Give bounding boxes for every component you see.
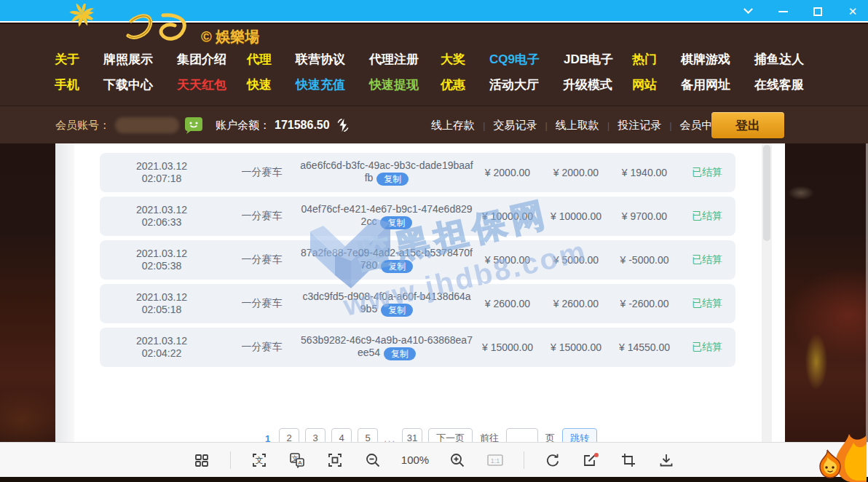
nav-fast[interactable]: 快速 bbox=[247, 76, 272, 93]
cell-order: 563b9282-46c9-4a9b-a410-63868ea7ee54复制 bbox=[300, 334, 473, 360]
cell-game: 一分赛车 bbox=[224, 166, 300, 179]
nav-hot[interactable]: 热门 bbox=[632, 51, 657, 68]
nav-agent-register[interactable]: 代理注册 bbox=[369, 51, 419, 68]
zoom-out-icon[interactable] bbox=[363, 451, 382, 470]
logo-copyright: © 娛樂場 bbox=[201, 27, 259, 47]
nav-agent-protocol[interactable]: 联营协议 bbox=[296, 51, 345, 68]
page-31[interactable]: 31 bbox=[402, 428, 422, 442]
maximize-button[interactable] bbox=[808, 2, 827, 21]
nav-fishing[interactable]: 捕鱼达人 bbox=[754, 51, 804, 68]
table-row: 2021.03.1202:05:18 一分赛车 c3dc9fd5-d908-4f… bbox=[100, 284, 735, 323]
table-row: 2021.03.1202:07:18 一分赛车 a6e6fc6d-b3fc-49… bbox=[100, 153, 735, 192]
page-jump-input[interactable] bbox=[506, 428, 538, 442]
link-separator: | bbox=[607, 120, 609, 131]
layout-grid-icon[interactable] bbox=[192, 451, 211, 470]
copy-button[interactable]: 复制 bbox=[381, 260, 413, 273]
page-5[interactable]: 5 bbox=[358, 428, 378, 442]
cell-time: 2021.03.1202:06:33 bbox=[100, 204, 224, 229]
copy-button[interactable]: 复制 bbox=[380, 216, 412, 229]
balance-value: 171586.50 bbox=[275, 119, 330, 132]
page-2[interactable]: 2 bbox=[279, 428, 299, 442]
svg-text:文: 文 bbox=[255, 456, 263, 465]
edit-icon[interactable] bbox=[581, 451, 600, 470]
close-button[interactable]: ✕ bbox=[843, 2, 862, 21]
status-badge: 已结算 bbox=[679, 341, 735, 354]
panel-scrollbar[interactable] bbox=[762, 143, 772, 442]
zoom-in-icon[interactable] bbox=[448, 451, 467, 470]
panel-left-shade bbox=[55, 143, 74, 442]
nav-website[interactable]: 网站 bbox=[632, 76, 657, 93]
cell-order: a6e6fc6d-b3fc-49ac-9b3c-dade19baaffb复制 bbox=[300, 159, 473, 185]
link-separator: | bbox=[669, 120, 671, 131]
page-unit-label: 页 bbox=[545, 432, 555, 442]
crop-icon[interactable] bbox=[619, 451, 638, 470]
nav-license[interactable]: 牌照展示 bbox=[103, 51, 153, 68]
cell-payout: ¥ 1940.00 bbox=[610, 167, 679, 178]
page-4[interactable]: 4 bbox=[331, 428, 352, 442]
nav-online-service[interactable]: 在线客服 bbox=[754, 76, 804, 93]
toolbar-divider bbox=[230, 451, 231, 469]
nav-activity-hall[interactable]: 活动大厅 bbox=[489, 76, 539, 93]
refresh-balance-icon[interactable] bbox=[336, 118, 350, 133]
copy-button[interactable]: 复制 bbox=[381, 304, 413, 317]
nav-promo[interactable]: 优惠 bbox=[441, 76, 465, 93]
nav-red-packet[interactable]: 天天红包 bbox=[177, 76, 226, 93]
table-row: 2021.03.1202:05:38 一分赛车 87a2fe88-7e09-4a… bbox=[100, 240, 735, 280]
status-badge: 已结算 bbox=[679, 166, 735, 179]
cell-valid-amount: ¥ 10000.00 bbox=[542, 210, 610, 222]
link-separator: | bbox=[545, 120, 547, 131]
nav-upgrade-mode[interactable]: 升级模式 bbox=[563, 76, 612, 93]
pagination: 1 2 3 4 5 ... 31 下一页 前往 页 跳转 bbox=[262, 428, 597, 442]
nav-row-2: 手机 下载中心 天天红包 快速 快速充值 快速提现 优惠 活动大厅 升级模式 网… bbox=[0, 76, 868, 95]
fit-screen-icon[interactable] bbox=[326, 451, 344, 470]
nav-about[interactable]: 关于 bbox=[55, 51, 79, 68]
one-to-one-icon[interactable]: 1:1 bbox=[486, 451, 505, 470]
copy-button[interactable]: 复制 bbox=[384, 347, 416, 360]
jump-button[interactable]: 跳转 bbox=[562, 428, 597, 442]
nav-fast-deposit[interactable]: 快速充值 bbox=[296, 76, 345, 93]
link-online-withdraw[interactable]: 线上取款 bbox=[556, 119, 599, 133]
download-icon[interactable] bbox=[657, 451, 676, 470]
link-bet-records[interactable]: 投注记录 bbox=[618, 119, 661, 133]
nav-backup-url[interactable]: 备用网址 bbox=[681, 76, 730, 93]
chevron-down-icon[interactable] bbox=[738, 2, 757, 21]
cell-valid-amount: ¥ 5000.00 bbox=[542, 254, 610, 266]
cell-valid-amount: ¥ 2000.00 bbox=[542, 167, 610, 178]
message-icon[interactable] bbox=[184, 116, 203, 135]
nav-jdb[interactable]: JDB电子 bbox=[564, 51, 613, 68]
next-page-button[interactable]: 下一页 bbox=[428, 428, 473, 442]
viewer-toolbar: 文 文 A 100% 1:1 bbox=[0, 442, 868, 477]
nav-agent[interactable]: 代理 bbox=[247, 51, 272, 68]
page-3[interactable]: 3 bbox=[305, 428, 326, 442]
page-ellipsis[interactable]: ... bbox=[384, 433, 396, 443]
rotate-icon[interactable] bbox=[543, 451, 562, 470]
nav-chess-games[interactable]: 棋牌游戏 bbox=[681, 51, 730, 68]
nav-download[interactable]: 下载中心 bbox=[103, 76, 153, 93]
minimize-button[interactable] bbox=[773, 2, 792, 21]
cell-payout: ¥ -2600.00 bbox=[610, 298, 679, 309]
page-1-current[interactable]: 1 bbox=[262, 430, 273, 443]
nav-cq9[interactable]: CQ9电子 bbox=[489, 51, 540, 68]
site-logo[interactable]: © 娛樂場 bbox=[42, 23, 275, 47]
zoom-level-value[interactable]: 100% bbox=[401, 454, 429, 466]
translate-icon[interactable]: 文 A bbox=[288, 451, 307, 470]
nav-jackpot[interactable]: 大奖 bbox=[441, 51, 465, 68]
nav-mobile[interactable]: 手机 bbox=[55, 76, 79, 93]
link-transactions[interactable]: 交易记录 bbox=[493, 119, 537, 133]
bottom-edge-strip bbox=[0, 477, 868, 482]
copy-button[interactable]: 复制 bbox=[376, 173, 409, 186]
member-links: 线上存款| 交易记录| 线上取款| 投注记录| 会员中心 bbox=[431, 106, 724, 144]
toolbar-divider bbox=[524, 451, 524, 469]
logout-button[interactable]: 登出 bbox=[711, 112, 784, 138]
records-panel: 2021.03.1202:07:18 一分赛车 a6e6fc6d-b3fc-49… bbox=[55, 143, 785, 442]
panel-scrollbar-thumb[interactable] bbox=[763, 145, 770, 241]
flame-mascot-icon bbox=[804, 434, 867, 482]
cell-game: 一分赛车 bbox=[224, 297, 300, 310]
ocr-text-icon[interactable]: 文 bbox=[250, 451, 269, 470]
table-row: 2021.03.1202:04:22 一分赛车 563b9282-46c9-4a… bbox=[100, 328, 735, 367]
link-online-deposit[interactable]: 线上存款 bbox=[431, 119, 475, 133]
balance-label: 账户余额： bbox=[216, 119, 270, 133]
nav-fast-withdraw[interactable]: 快速提现 bbox=[369, 76, 419, 93]
nav-group-intro[interactable]: 集团介绍 bbox=[177, 51, 226, 68]
cell-payout: ¥ 14550.00 bbox=[610, 341, 679, 353]
